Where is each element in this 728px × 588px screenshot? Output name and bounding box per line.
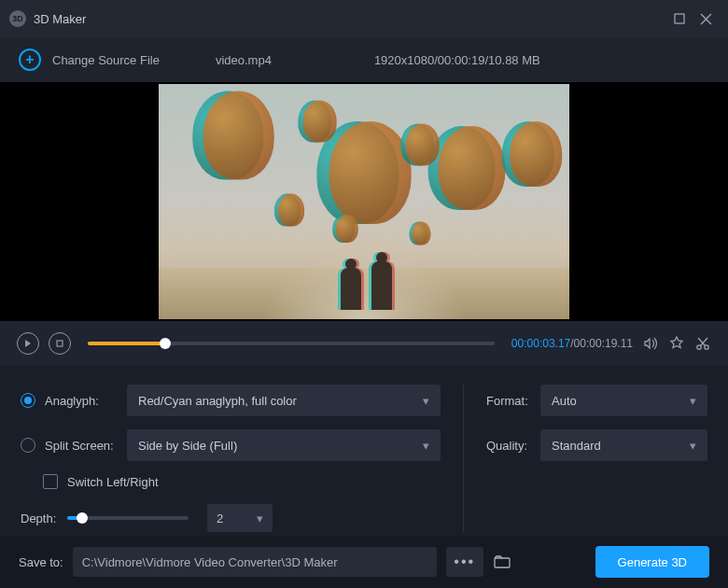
chevron-down-icon: ▾ [257,511,263,525]
settings-panel: Anaglyph: Red/Cyan anaglyph, full color … [0,366,728,543]
save-path-input[interactable]: C:\Vidmore\Vidmore Video Converter\3D Ma… [73,547,437,577]
anaglyph-radio[interactable] [21,393,35,408]
save-to-label: Save to: [19,555,63,569]
split-screen-value: Side by Side (Full) [138,439,237,453]
app-title: 3D Maker [34,12,666,26]
format-value: Auto [552,394,577,408]
cut-icon[interactable] [694,335,711,352]
split-screen-radio[interactable] [21,438,35,453]
play-button[interactable] [17,332,39,355]
chevron-down-icon: ▾ [690,394,696,408]
quality-value: Standard [552,439,601,453]
quality-label: Quality: [486,439,540,453]
current-time: 00:00:03.17 [511,337,570,350]
format-select[interactable]: Auto ▾ [540,385,707,416]
switch-lr-checkbox[interactable] [43,474,58,489]
split-screen-label: Split Screen: [45,439,127,453]
svg-rect-4 [495,558,510,567]
playback-controls: 00:00:03.17/00:00:19.11 [0,321,728,366]
change-source-button[interactable]: Change Source File [52,53,160,67]
snapshot-icon[interactable] [668,335,685,352]
app-icon: 3D [9,10,26,27]
chevron-down-icon: ▾ [690,439,696,453]
source-bar: + Change Source File video.mp4 1920x1080… [0,37,728,82]
chevron-down-icon: ▾ [423,394,429,408]
add-source-icon[interactable]: + [19,49,41,71]
volume-icon[interactable] [642,335,659,352]
seek-bar[interactable] [88,342,495,345]
svg-rect-0 [675,14,684,23]
svg-rect-1 [57,341,63,346]
preview-area [0,82,728,321]
total-time: /00:00:19.11 [570,337,633,350]
open-folder-button[interactable] [493,553,511,571]
source-filename: video.mp4 [216,53,272,67]
time-display: 00:00:03.17/00:00:19.11 [511,337,633,350]
footer: Save to: C:\Vidmore\Vidmore Video Conver… [0,536,728,588]
depth-slider[interactable] [67,516,189,520]
anaglyph-value: Red/Cyan anaglyph, full color [138,394,297,408]
source-info: 1920x1080/00:00:19/10.88 MB [374,53,540,67]
switch-lr-label: Switch Left/Right [67,475,159,489]
anaglyph-select[interactable]: Red/Cyan anaglyph, full color ▾ [127,385,441,416]
browse-button[interactable]: ••• [446,547,483,577]
depth-label: Depth: [21,511,67,525]
depth-value: 2 [217,511,223,525]
save-path-value: C:\Vidmore\Vidmore Video Converter\3D Ma… [82,555,338,569]
seek-thumb[interactable] [160,338,171,349]
generate-button[interactable]: Generate 3D [595,546,709,578]
titlebar: 3D 3D Maker [0,0,728,37]
anaglyph-label: Anaglyph: [45,394,127,408]
depth-thumb[interactable] [77,512,88,524]
preview-image [159,84,569,319]
close-button[interactable] [693,6,719,32]
depth-value-select[interactable]: 2 ▾ [207,504,273,532]
quality-select[interactable]: Standard ▾ [540,429,707,461]
stop-button[interactable] [49,332,71,355]
split-screen-select[interactable]: Side by Side (Full) ▾ [127,429,441,461]
format-label: Format: [486,394,540,408]
chevron-down-icon: ▾ [423,439,429,453]
maximize-button[interactable] [666,6,693,32]
